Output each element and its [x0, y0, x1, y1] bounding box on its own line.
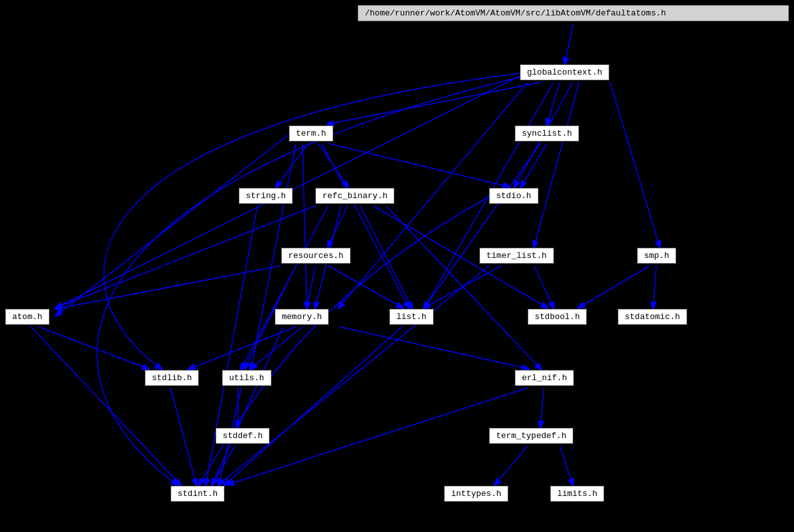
stddef-node: stddef.h	[216, 428, 270, 444]
stdlib-node: stdlib.h	[145, 370, 199, 386]
svg-line-34	[39, 327, 148, 369]
svg-line-33	[225, 327, 402, 484]
globalcontext-node: globalcontext.h	[520, 64, 609, 80]
memory-node: memory.h	[275, 309, 329, 325]
term-node: term.h	[289, 125, 333, 142]
svg-line-28	[653, 266, 656, 307]
svg-line-22	[57, 266, 281, 309]
svg-line-7	[534, 82, 579, 246]
utils-node: utils.h	[222, 370, 272, 386]
smp-node: smp.h	[637, 248, 676, 264]
refc-binary-node: refc_binary.h	[315, 188, 394, 204]
atom-node: atom.h	[5, 309, 50, 325]
svg-line-40	[228, 388, 528, 484]
svg-line-13	[302, 143, 307, 307]
term-typedef-node: term_typedef.h	[489, 428, 573, 444]
svg-line-27	[579, 266, 650, 307]
stdatomic-node: stdatomic.h	[618, 309, 687, 325]
limits-node: limits.h	[550, 486, 604, 502]
svg-line-36	[171, 388, 196, 484]
svg-line-2	[328, 82, 540, 124]
svg-line-19	[57, 206, 315, 307]
svg-line-8	[610, 82, 660, 246]
svg-line-50	[328, 266, 402, 307]
synclist-node: synclist.h	[515, 125, 579, 142]
svg-line-15	[425, 143, 540, 307]
svg-line-47	[386, 206, 540, 369]
svg-line-44	[360, 206, 412, 307]
string-node: string.h	[239, 188, 293, 204]
svg-line-39	[540, 388, 544, 427]
svg-line-35	[31, 327, 180, 484]
timer-list-node: timer_list.h	[479, 248, 554, 264]
svg-line-32	[339, 327, 528, 369]
inttypes-node: inttypes.h	[444, 486, 508, 502]
svg-line-43	[560, 446, 573, 484]
svg-line-42	[495, 446, 528, 484]
svg-line-1	[565, 23, 573, 63]
source-file-node: /home/runner/work/AtomVM/AtomVM/src/libA…	[358, 5, 789, 21]
stdbool-node: stdbool.h	[528, 309, 587, 325]
stdio-node: stdio.h	[489, 188, 539, 204]
svg-line-12	[328, 143, 508, 187]
erl-nif-node: erl_nif.h	[515, 370, 574, 386]
list-node: list.h	[389, 309, 434, 325]
stdint-node: stdint.h	[171, 486, 225, 502]
svg-line-21	[307, 266, 315, 307]
svg-line-48	[322, 143, 409, 307]
resources-node: resources.h	[281, 248, 351, 264]
svg-line-17	[328, 206, 347, 246]
